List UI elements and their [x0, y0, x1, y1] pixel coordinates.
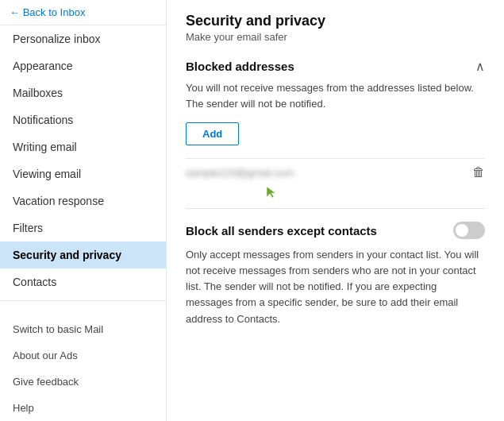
block-all-title: Block all senders except contacts — [186, 224, 377, 238]
delete-blocked-address-icon[interactable]: 🗑 — [472, 165, 485, 180]
block-all-description: Only accept messages from senders in you… — [186, 247, 485, 327]
block-all-toggle[interactable] — [453, 222, 485, 239]
sidebar-footer-item-help[interactable]: Help — [0, 395, 166, 421]
sidebar-footer: Switch to basic MailAbout our AdsGive fe… — [0, 316, 166, 421]
sidebar-item-appearance[interactable]: Appearance — [0, 52, 166, 79]
sidebar-item-viewing-email[interactable]: Viewing email — [0, 160, 166, 187]
blocked-addresses-desc: You will not receive messages from the a… — [186, 80, 485, 111]
sidebar-item-vacation-response[interactable]: Vacation response — [0, 187, 166, 214]
toggle-thumb — [456, 224, 468, 237]
page-subtitle: Make your email safer — [186, 31, 485, 43]
sidebar-item-mailboxes[interactable]: Mailboxes — [0, 79, 166, 106]
cursor-area — [186, 189, 485, 195]
toggle-track — [453, 222, 485, 239]
cursor-icon — [265, 186, 276, 199]
back-to-inbox-link[interactable]: ← Back to Inbox — [0, 0, 166, 25]
sidebar: ← Back to Inbox Personalize inboxAppeara… — [0, 0, 167, 421]
page-title: Security and privacy — [186, 13, 485, 29]
blocked-addresses-header: Blocked addresses ∧ — [186, 59, 485, 74]
sidebar-item-writing-email[interactable]: Writing email — [0, 133, 166, 160]
sidebar-divider — [0, 300, 166, 301]
sidebar-nav: Personalize inboxAppearanceMailboxesNoti… — [0, 25, 166, 295]
main-content: Security and privacy Make your email saf… — [167, 0, 504, 421]
blocked-addresses-title: Blocked addresses — [186, 60, 294, 73]
sidebar-footer-item-give-feedback[interactable]: Give feedback — [0, 369, 166, 395]
sidebar-item-security-privacy[interactable]: Security and privacy — [0, 241, 166, 268]
sidebar-item-contacts[interactable]: Contacts — [0, 268, 166, 295]
svg-marker-0 — [267, 187, 275, 198]
sidebar-footer-item-about-ads[interactable]: About our Ads — [0, 342, 166, 369]
sidebar-footer-item-switch-basic[interactable]: Switch to basic Mail — [0, 316, 166, 342]
sidebar-item-filters[interactable]: Filters — [0, 214, 166, 241]
add-blocked-address-button[interactable]: Add — [186, 122, 239, 145]
section-divider — [186, 208, 485, 209]
blocked-email-address: sample123@gmail.com — [186, 167, 294, 179]
blocked-address-entry: sample123@gmail.com 🗑 — [186, 158, 485, 186]
sidebar-item-notifications[interactable]: Notifications — [0, 106, 166, 133]
back-arrow-icon: ← — [10, 6, 20, 18]
sidebar-item-personalize[interactable]: Personalize inbox — [0, 25, 166, 52]
block-all-row: Block all senders except contacts — [186, 222, 485, 239]
collapse-blocked-icon[interactable]: ∧ — [475, 59, 485, 74]
